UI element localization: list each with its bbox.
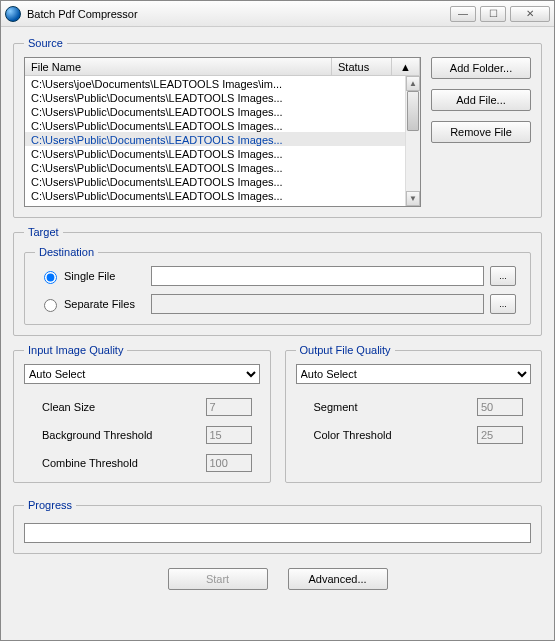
scroll-down-icon[interactable]: ▼: [406, 191, 420, 206]
column-sort-icon[interactable]: ▲: [392, 58, 420, 75]
color-threshold-input[interactable]: [477, 426, 523, 444]
destination-group: Destination Single File ... Separate Fil…: [24, 246, 531, 325]
progress-group: Progress: [13, 499, 542, 554]
footer: Start Advanced...: [13, 562, 542, 592]
single-file-text: Single File: [64, 270, 115, 282]
add-folder-button[interactable]: Add Folder...: [431, 57, 531, 79]
table-row[interactable]: C:\Users\Public\Documents\LEADTOOLS Imag…: [25, 174, 405, 188]
table-row[interactable]: C:\Users\Public\Documents\LEADTOOLS Imag…: [25, 146, 405, 160]
table-row[interactable]: C:\Users\Public\Documents\LEADTOOLS Imag…: [25, 118, 405, 132]
destination-legend: Destination: [35, 246, 98, 258]
maximize-button[interactable]: ☐: [480, 6, 506, 22]
separate-files-browse-button[interactable]: ...: [490, 294, 516, 314]
file-list[interactable]: File Name Status ▲ C:\Users\joe\Document…: [24, 57, 421, 207]
scroll-track[interactable]: [406, 91, 420, 191]
add-file-button[interactable]: Add File...: [431, 89, 531, 111]
source-legend: Source: [24, 37, 67, 49]
single-file-input[interactable]: [151, 266, 484, 286]
combine-threshold-input[interactable]: [206, 454, 252, 472]
source-group: Source File Name Status ▲ C:\Users\joe\D…: [13, 37, 542, 218]
single-file-browse-button[interactable]: ...: [490, 266, 516, 286]
progress-legend: Progress: [24, 499, 76, 511]
single-file-radio-label[interactable]: Single File: [35, 268, 145, 284]
window-title: Batch Pdf Compressor: [27, 8, 450, 20]
single-file-radio[interactable]: [44, 271, 57, 284]
separate-files-radio[interactable]: [44, 299, 57, 312]
combine-threshold-label: Combine Threshold: [42, 457, 206, 469]
table-row[interactable]: C:\Users\Public\Documents\LEADTOOLS Imag…: [25, 202, 405, 206]
minimize-button[interactable]: —: [450, 6, 476, 22]
table-row[interactable]: C:\Users\Public\Documents\LEADTOOLS Imag…: [25, 90, 405, 104]
input-quality-group: Input Image Quality Auto Select Clean Si…: [13, 344, 271, 483]
titlebar: Batch Pdf Compressor — ☐ ✕: [1, 1, 554, 27]
output-quality-select[interactable]: Auto Select: [296, 364, 532, 384]
client-area: Source File Name Status ▲ C:\Users\joe\D…: [1, 27, 554, 640]
separate-files-radio-label[interactable]: Separate Files: [35, 296, 145, 312]
input-quality-legend: Input Image Quality: [24, 344, 127, 356]
app-icon: [5, 6, 21, 22]
column-filename[interactable]: File Name: [25, 58, 332, 75]
remove-file-button[interactable]: Remove File: [431, 121, 531, 143]
clean-size-input[interactable]: [206, 398, 252, 416]
start-button[interactable]: Start: [168, 568, 268, 590]
target-legend: Target: [24, 226, 63, 238]
clean-size-label: Clean Size: [42, 401, 206, 413]
scroll-up-icon[interactable]: ▲: [406, 76, 420, 91]
output-quality-legend: Output File Quality: [296, 344, 395, 356]
segment-input[interactable]: [477, 398, 523, 416]
table-row[interactable]: C:\Users\Public\Documents\LEADTOOLS Imag…: [25, 104, 405, 118]
app-window: Batch Pdf Compressor — ☐ ✕ Source File N…: [0, 0, 555, 641]
separate-files-text: Separate Files: [64, 298, 135, 310]
column-status[interactable]: Status: [332, 58, 392, 75]
table-row[interactable]: C:\Users\Public\Documents\LEADTOOLS Imag…: [25, 188, 405, 202]
advanced-button[interactable]: Advanced...: [288, 568, 388, 590]
bg-threshold-input[interactable]: [206, 426, 252, 444]
target-group: Target Destination Single File ... Separ…: [13, 226, 542, 336]
segment-label: Segment: [314, 401, 478, 413]
input-quality-select[interactable]: Auto Select: [24, 364, 260, 384]
table-row[interactable]: C:\Users\joe\Documents\LEADTOOLS Images\…: [25, 76, 405, 90]
color-threshold-label: Color Threshold: [314, 429, 478, 441]
output-quality-group: Output File Quality Auto Select Segment …: [285, 344, 543, 483]
table-row[interactable]: C:\Users\Public\Documents\LEADTOOLS Imag…: [25, 160, 405, 174]
scroll-thumb[interactable]: [407, 91, 419, 131]
table-row[interactable]: C:\Users\Public\Documents\LEADTOOLS Imag…: [25, 132, 405, 146]
close-button[interactable]: ✕: [510, 6, 550, 22]
separate-files-input[interactable]: [151, 294, 484, 314]
list-rows: C:\Users\joe\Documents\LEADTOOLS Images\…: [25, 76, 405, 206]
list-header: File Name Status ▲: [25, 58, 420, 76]
scrollbar[interactable]: ▲ ▼: [405, 76, 420, 206]
bg-threshold-label: Background Threshold: [42, 429, 206, 441]
progress-bar: [24, 523, 531, 543]
window-buttons: — ☐ ✕: [450, 6, 550, 22]
